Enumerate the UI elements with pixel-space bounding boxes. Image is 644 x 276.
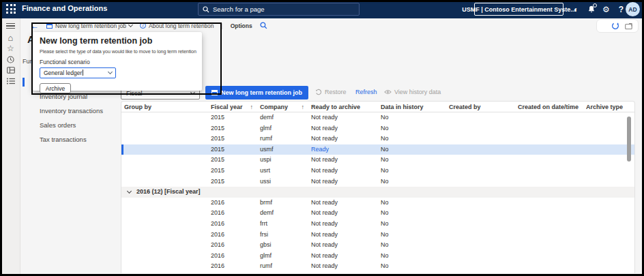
grid-cell — [632, 261, 634, 272]
grid-cell — [124, 230, 211, 241]
grid-cell — [449, 198, 518, 209]
dialog-description: Please select the type of data you would… — [40, 48, 195, 55]
grid-cell — [632, 272, 634, 273]
grid-cell: demf — [260, 112, 311, 123]
grid-cell — [518, 123, 586, 134]
grid-header-row: Group by Fiscal year↑ Company↑ Ready to … — [121, 102, 634, 112]
grid-cell: glmf — [260, 251, 311, 262]
table-row[interactable]: 2015usmfReadyNo — [121, 144, 634, 155]
table-row[interactable]: 2016gbsiNot readyNo — [121, 240, 634, 251]
new-retention-job-dialog: New long term retention job Please selec… — [33, 32, 202, 91]
grid-cell — [124, 261, 211, 272]
table-row[interactable]: 2016glmfNot readyNo — [121, 251, 634, 262]
grid-cell — [586, 240, 632, 251]
table-row[interactable]: 2015ussiNot readyNo — [121, 177, 634, 187]
recent-clock-icon[interactable] — [5, 55, 16, 64]
grid-cell: No — [381, 261, 449, 272]
col-company[interactable]: Company↑ — [260, 102, 311, 112]
home-icon[interactable]: ⌂ — [5, 33, 16, 42]
company-picker-button[interactable]: USMF | Contoso Entertainment Syste... — [474, 3, 564, 16]
grid-cell — [586, 144, 632, 155]
page-search-input[interactable]: Search for a page — [198, 3, 360, 16]
favorites-star-icon[interactable]: ☆ — [5, 44, 16, 53]
view-history-button[interactable]: View history data — [384, 89, 441, 95]
grid-cell: No — [381, 219, 449, 230]
alerts-bell-icon[interactable] — [585, 3, 597, 15]
grid-cell: 2015 — [211, 134, 260, 144]
functional-scenario-dropdown[interactable]: General ledger — [40, 67, 116, 78]
settings-gear-icon[interactable]: ⚙ — [600, 3, 612, 15]
grid-cell — [518, 112, 586, 123]
col-created-on[interactable]: Created on date/time — [518, 102, 586, 112]
hamburger-menu-icon[interactable] — [5, 21, 16, 31]
col-created-by[interactable]: Created by — [449, 102, 518, 112]
new-retention-job-button[interactable]: New long term retention job — [205, 86, 308, 99]
scenario-item[interactable]: Inventory transactions — [23, 104, 118, 118]
grid-cell — [632, 155, 634, 166]
col-group-by[interactable]: Group by — [124, 102, 211, 112]
archive-button[interactable]: Archive — [40, 83, 71, 93]
back-arrow-icon[interactable]: ← — [31, 21, 39, 31]
grid-cell — [586, 155, 632, 166]
grid-cell — [449, 230, 518, 241]
table-row[interactable]: 2016frsiNot readyNo — [121, 230, 634, 241]
table-row[interactable]: 2015uspiNot readyNo — [121, 155, 634, 166]
modules-list-icon[interactable] — [5, 76, 16, 86]
workspaces-icon[interactable] — [5, 65, 16, 75]
scenario-item[interactable]: Tax transactions — [23, 132, 118, 147]
grid-cell — [449, 166, 518, 177]
grid-cell — [586, 198, 632, 209]
grid-cell — [518, 272, 586, 273]
table-row[interactable]: 2015usrtNot readyNo — [121, 166, 634, 177]
grid-cell — [124, 155, 211, 166]
grid-cell — [632, 134, 634, 144]
feedback-icon[interactable]: ◐ — [570, 3, 582, 15]
grid-cell: No — [381, 198, 449, 209]
col-ready-to-archive[interactable]: Ready to archive — [311, 102, 381, 112]
functional-scenario-label: Functional scenario — [40, 59, 195, 65]
grid-cell — [449, 208, 518, 219]
table-row[interactable]: 2016usmfNot readyNo — [121, 272, 634, 273]
about-retention-menu[interactable]: i About long term retention — [140, 22, 214, 29]
grid-cell — [518, 261, 586, 272]
search-placeholder: Search for a page — [213, 5, 265, 13]
grid-cell — [124, 198, 211, 209]
grid-cell: 2015 — [211, 144, 260, 155]
grid-cell: Not ready — [311, 112, 381, 123]
grid-cell — [449, 251, 518, 262]
grid-cell: No — [381, 230, 449, 241]
grid-cell — [632, 112, 634, 123]
grid-cell — [124, 240, 211, 251]
grid-cell: Not ready — [311, 251, 381, 262]
col-fiscal-year[interactable]: Fiscal year↑ — [211, 102, 260, 112]
toolbar-search-icon[interactable] — [260, 22, 267, 29]
table-row[interactable]: 2016frrtNot readyNo — [121, 219, 634, 230]
grid-cell: Not ready — [311, 219, 381, 230]
table-row[interactable]: 2015demfNot readyNo — [121, 112, 634, 123]
group-row[interactable]: 2016 (12) [Fiscal year] — [121, 187, 634, 198]
table-row[interactable]: 2015rumfNot readyNo — [121, 134, 634, 144]
grid-cell — [449, 219, 518, 230]
waffle-icon[interactable] — [6, 4, 16, 14]
new-retention-job-menu[interactable]: New long term retention job — [46, 22, 132, 29]
restore-button[interactable]: Restore — [315, 89, 347, 95]
app-window: Finance and Operations Search for a page… — [0, 0, 644, 276]
user-avatar[interactable]: AD — [626, 2, 640, 16]
scenario-item[interactable]: Sales orders — [23, 118, 118, 132]
grid-cell — [449, 123, 518, 134]
column-options-kebab-icon[interactable]: ⋮ — [632, 102, 635, 112]
refresh-link[interactable]: Refresh — [355, 89, 377, 95]
col-data-in-history[interactable]: Data in history — [381, 102, 449, 112]
table-row[interactable]: 2016rumfNot readyNo — [121, 261, 634, 272]
col-archive-type[interactable]: Archive type — [586, 102, 632, 112]
options-menu[interactable]: Options — [231, 22, 252, 29]
table-row[interactable]: 2015glmfNot readyNo — [121, 123, 634, 134]
chevron-down-icon[interactable] — [127, 189, 132, 194]
table-row[interactable]: 2016brmfNot readyNo — [121, 198, 634, 209]
grid-cell: 2015 — [211, 155, 260, 166]
grid-cell — [586, 230, 632, 241]
menu-separator: | — [221, 22, 222, 29]
table-row[interactable]: 2016demfNot readyNo — [121, 208, 634, 219]
grid-cell — [632, 144, 634, 155]
vertical-scrollbar[interactable] — [627, 117, 631, 162]
